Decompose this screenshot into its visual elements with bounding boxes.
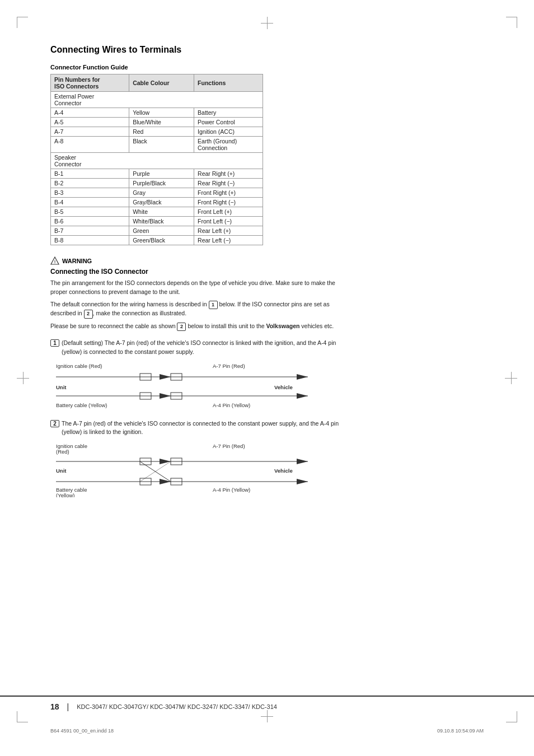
svg-text:Battery cable (Yellow): Battery cable (Yellow) (56, 402, 107, 408)
svg-marker-24 (160, 459, 171, 464)
warning-label: WARNING (62, 258, 92, 264)
svg-marker-34 (297, 479, 308, 484)
func-b7: Rear Left (+) (194, 226, 263, 236)
item-1-text: (Default setting) The A-7 pin (red) of t… (62, 339, 341, 357)
page-number: 18 (50, 702, 59, 711)
table-row: A-5 Blue/White Power Control (51, 118, 263, 127)
cable-b3: Gray (129, 188, 194, 198)
section-label-power: External PowerConnector (51, 92, 263, 108)
item-1: 1 (Default setting) The A-7 pin (red) of… (50, 339, 484, 357)
warning-title-row: ! WARNING (50, 256, 484, 265)
table-row: A-7 Red Ignition (ACC) (51, 127, 263, 137)
pin-a8: A-8 (51, 137, 129, 153)
cable-b4: Gray/Black (129, 198, 194, 207)
func-b3: Front Right (+) (194, 188, 263, 198)
pin-b8: B-8 (51, 236, 129, 245)
svg-text:Unit: Unit (56, 468, 67, 474)
col-cable: Cable Colour (129, 74, 194, 92)
bottom-right-text: 09.10.8 10:54:09 AM (437, 728, 484, 734)
func-a7: Ignition (ACC) (194, 127, 263, 137)
cable-a8: Black (129, 137, 194, 153)
pin-a5: A-5 (51, 118, 129, 127)
num-badge-2: 2 (50, 420, 59, 427)
cable-b2: Purple/Black (129, 179, 194, 188)
pin-a4: A-4 (51, 108, 129, 118)
svg-text:A-7 Pin (Red): A-7 Pin (Red) (213, 443, 245, 449)
func-b6: Front Left (−) (194, 217, 263, 226)
table-row: A-4 Yellow Battery (51, 108, 263, 118)
warning-para-1: The pin arrangement for the ISO connecto… (50, 279, 341, 297)
connector-guide-section: Connector Function Guide Pin Numbers for… (50, 64, 484, 245)
col-functions: Functions (194, 74, 263, 92)
cable-b8: Green/Black (129, 236, 194, 245)
table-row: B-2 Purple/Black Rear Right (−) (51, 179, 263, 188)
corner-mark-bl (17, 711, 28, 722)
col-pin: Pin Numbers forISO Connectors (51, 74, 129, 92)
svg-marker-33 (160, 479, 171, 484)
table-row: External PowerConnector (51, 92, 263, 108)
svg-marker-15 (297, 393, 308, 399)
crosshair-bottom (261, 710, 273, 722)
table-row: SpeakerConnector (51, 153, 263, 169)
warning-section: ! WARNING Connecting the ISO Connector T… (50, 256, 484, 331)
func-a5: Power Control (194, 118, 263, 127)
warning-para-2: The default connection for the wiring ha… (50, 300, 341, 319)
crosshair-top (261, 17, 273, 29)
func-a4: Battery (194, 108, 263, 118)
table-row: B-5 White Front Left (+) (51, 207, 263, 217)
func-b2: Rear Right (−) (194, 179, 263, 188)
svg-marker-25 (297, 459, 308, 464)
cable-a5: Blue/White (129, 118, 194, 127)
svg-text:Vehicle: Vehicle (274, 384, 293, 390)
func-b8: Rear Left (−) (194, 236, 263, 245)
item-2: 2 The A-7 pin (red) of the vehicle's ISO… (50, 419, 484, 437)
svg-text:Vehicle: Vehicle (274, 468, 293, 474)
table-row: B-1 Purple Rear Right (+) (51, 169, 263, 179)
svg-text:A-7 Pin (Red): A-7 Pin (Red) (213, 363, 245, 369)
corner-mark-br (506, 711, 517, 722)
func-b1: Rear Right (+) (194, 169, 263, 179)
corner-mark-tl (17, 17, 28, 28)
cable-b1: Purple (129, 169, 194, 179)
page-separator: | (67, 702, 69, 711)
table-row: B-6 White/Black Front Left (−) (51, 217, 263, 226)
cable-a7: Red (129, 127, 194, 137)
num-badge-1: 1 (50, 339, 59, 347)
model-list: KDC-3047/ KDC-3047GY/ KDC-3047M/ KDC-324… (77, 703, 277, 710)
page-footer: 18 | KDC-3047/ KDC-3047GY/ KDC-3047M/ KD… (0, 696, 534, 711)
func-b4: Front Right (−) (194, 198, 263, 207)
diagram-2: Ignition cable (Red) A-7 Pin (Red) Unit … (50, 441, 484, 497)
svg-marker-14 (160, 393, 171, 399)
connector-guide-title: Connector Function Guide (50, 64, 484, 71)
page: Connecting Wires to Terminals Connector … (0, 0, 534, 756)
cable-b5: White (129, 207, 194, 217)
cable-b6: White/Black (129, 217, 194, 226)
diagram-1-svg: Ignition cable (Red) A-7 Pin (Red) Unit … (50, 361, 319, 412)
func-a8: Earth (Ground)Connection (194, 137, 263, 153)
warning-subtitle: Connecting the ISO Connector (50, 268, 484, 276)
pin-b3: B-3 (51, 188, 129, 198)
warning-icon: ! (50, 256, 59, 265)
table-row: B-8 Green/Black Rear Left (−) (51, 236, 263, 245)
svg-text:(Red): (Red) (56, 449, 69, 455)
cable-b7: Green (129, 226, 194, 236)
pin-b6: B-6 (51, 217, 129, 226)
table-row: B-4 Gray/Black Front Right (−) (51, 198, 263, 207)
svg-marker-8 (297, 374, 308, 380)
pin-b7: B-7 (51, 226, 129, 236)
connector-table: Pin Numbers forISO Connectors Cable Colo… (50, 74, 263, 245)
pin-b4: B-4 (51, 198, 129, 207)
cable-a4: Yellow (129, 108, 194, 118)
pin-b2: B-2 (51, 179, 129, 188)
svg-marker-5 (160, 374, 171, 380)
func-b5: Front Left (+) (194, 207, 263, 217)
crosshair-right (505, 372, 517, 384)
bottom-left-text: B64 4591 00_00_en.indd 18 (50, 728, 114, 734)
svg-text:Ignition cable (Red): Ignition cable (Red) (56, 363, 102, 369)
pin-b5: B-5 (51, 207, 129, 217)
svg-text:Unit: Unit (56, 384, 67, 390)
svg-text:(Yellow): (Yellow) (56, 492, 74, 497)
svg-text:A-4 Pin (Yellow): A-4 Pin (Yellow) (213, 402, 250, 408)
warning-para-3: Please be sure to reconnect the cable as… (50, 322, 341, 332)
pin-b1: B-1 (51, 169, 129, 179)
